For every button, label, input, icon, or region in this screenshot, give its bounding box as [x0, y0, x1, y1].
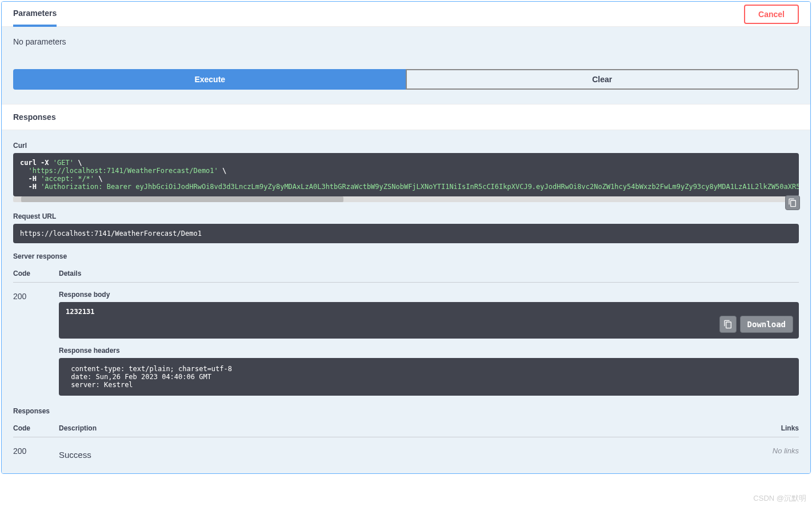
responses-area: Curl curl -X 'GET' \ 'https://localhost:… — [2, 130, 810, 473]
clipboard-icon — [723, 320, 733, 329]
col-code2: Code — [13, 424, 59, 432]
doc-code: 200 — [13, 445, 59, 460]
col-details: Details — [59, 269, 799, 277]
response-body-value: 1232131 — [66, 308, 95, 316]
server-response-row: 200 Response body 1232131 Download Respo… — [13, 283, 799, 398]
curl-method: 'GET' — [53, 159, 74, 167]
curl-bs1: \ — [74, 159, 82, 167]
col-description: Description — [59, 424, 747, 432]
clipboard-icon — [788, 198, 797, 207]
copy-curl-button[interactable] — [785, 195, 800, 210]
curl-url: 'https://localhost:7141/WeatherForecast/… — [28, 167, 218, 175]
doc-response-row: 200 Success No links — [13, 437, 799, 462]
api-panel: Parameters Cancel No parameters Execute … — [1, 1, 811, 474]
col-code: Code — [13, 269, 59, 277]
response-code: 200 — [13, 291, 59, 396]
doc-description: Success — [59, 445, 747, 460]
responses-table-header: Code Description Links — [13, 419, 799, 437]
tab-header: Parameters Cancel — [2, 2, 810, 27]
response-body-label: Response body — [59, 291, 799, 299]
curl-h1: 'accept: */*' — [41, 175, 94, 183]
curl-h1-pre: -H — [28, 175, 41, 183]
curl-bs3: \ — [94, 175, 102, 183]
request-url-label: Request URL — [13, 212, 799, 220]
col-links: Links — [747, 424, 799, 432]
response-body-block[interactable]: 1232131 Download — [59, 302, 799, 339]
responses-table-label: Responses — [13, 407, 799, 415]
execute-button[interactable]: Execute — [13, 69, 406, 90]
server-response-header-row: Code Details — [13, 264, 799, 283]
copy-body-button[interactable] — [719, 316, 737, 333]
server-response-label: Server response — [13, 252, 799, 260]
body-actions: Download — [719, 316, 793, 333]
doc-links: No links — [747, 445, 799, 460]
button-row: Execute Clear — [13, 69, 799, 90]
response-headers-block[interactable]: content-type: text/plain; charset=utf-8 … — [59, 358, 799, 396]
response-headers-label: Response headers — [59, 347, 799, 355]
no-parameters-text: No parameters — [13, 37, 799, 46]
curl-h2: 'Authorization: Bearer eyJhbGciOiJodHRwO… — [41, 183, 799, 191]
curl-bs2: \ — [218, 167, 226, 175]
cancel-button[interactable]: Cancel — [744, 5, 799, 24]
curl-scrollbar[interactable] — [13, 196, 799, 202]
curl-wrap: curl -X 'GET' \ 'https://localhost:7141/… — [13, 153, 799, 202]
curl-label: Curl — [13, 142, 799, 150]
response-details: Response body 1232131 Download Response … — [59, 291, 799, 396]
clear-button[interactable]: Clear — [406, 69, 799, 90]
curl-block[interactable]: curl -X 'GET' \ 'https://localhost:7141/… — [13, 153, 799, 196]
request-url-block[interactable]: https://localhost:7141/WeatherForecast/D… — [13, 224, 799, 243]
curl-scroll-thumb[interactable] — [21, 196, 343, 202]
responses-heading: Responses — [2, 104, 810, 130]
curl-h2-pre: -H — [28, 183, 41, 191]
tab-parameters[interactable]: Parameters — [13, 2, 57, 27]
parameters-body: No parameters Execute Clear — [2, 27, 810, 104]
curl-cmd: curl -X — [20, 159, 53, 167]
download-button[interactable]: Download — [740, 316, 793, 333]
